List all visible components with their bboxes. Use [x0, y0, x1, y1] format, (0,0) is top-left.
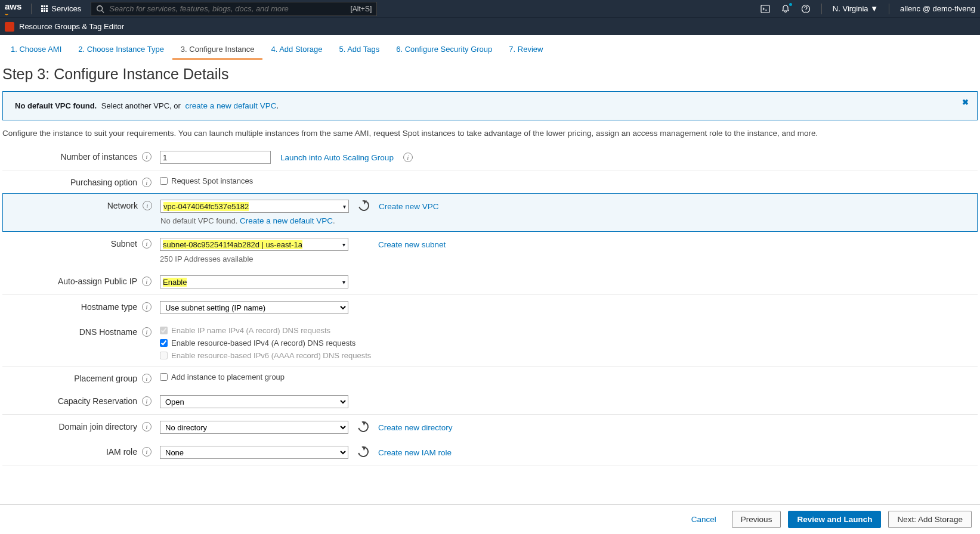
row-auto-assign-ip: Auto-assign Public IP i Enable▾: [2, 269, 978, 294]
label-number-of-instances: Number of instances: [61, 152, 137, 162]
network-subtext-bold: No default VPC found.: [160, 216, 237, 225]
service-subnav: Resource Groups & Tag Editor: [0, 17, 980, 35]
label-purchasing-option: Purchasing option: [70, 178, 137, 187]
launch-asg-link[interactable]: Launch into Auto Scaling Group: [280, 153, 394, 162]
tab-configure-instance[interactable]: 3. Configure Instance: [172, 40, 263, 60]
help-icon[interactable]: [801, 4, 811, 14]
row-subnet: Subnet i subnet-08c952541f4ab282d | us-e…: [2, 232, 978, 269]
row-dns-hostname: DNS Hostname i Enable IP name IPv4 (A re…: [2, 320, 978, 366]
create-directory-link[interactable]: Create new directory: [378, 423, 453, 432]
tab-add-storage[interactable]: 4. Add Storage: [262, 40, 330, 60]
label-network: Network: [107, 201, 138, 210]
info-icon[interactable]: i: [142, 396, 152, 406]
create-default-vpc-link[interactable]: create a new default VPC: [185, 101, 276, 110]
network-select[interactable]: vpc-0474064fc537e5182▾: [160, 200, 349, 213]
close-icon[interactable]: ✖: [962, 98, 969, 107]
services-menu[interactable]: Services: [36, 2, 86, 15]
tab-instance-type[interactable]: 2. Choose Instance Type: [70, 40, 172, 60]
info-icon[interactable]: i: [403, 153, 413, 162]
row-domain-join: Domain join directory i No directory Cre…: [2, 414, 978, 440]
page-title: Step 3: Configure Instance Details: [0, 60, 980, 90]
cloudshell-icon[interactable]: [760, 4, 770, 14]
row-cutoff: [2, 465, 978, 477]
notifications-icon[interactable]: [781, 4, 790, 14]
placement-group-option[interactable]: Add instance to placement group: [160, 372, 285, 381]
label-domain-join: Domain join directory: [59, 422, 138, 431]
info-icon[interactable]: i: [143, 201, 152, 210]
info-icon[interactable]: i: [142, 178, 152, 187]
refresh-icon[interactable]: [358, 200, 369, 213]
placement-group-checkbox[interactable]: [160, 373, 168, 381]
no-default-vpc-notice: No default VPC found. Select another VPC…: [2, 91, 978, 120]
notice-text: Select another VPC, or: [101, 101, 183, 110]
search-icon: [96, 5, 104, 13]
domain-join-select[interactable]: No directory: [160, 421, 348, 434]
capacity-reservation-select[interactable]: Open: [160, 395, 348, 408]
refresh-icon[interactable]: [358, 421, 369, 434]
create-iam-role-link[interactable]: Create new IAM role: [378, 448, 452, 457]
label-auto-assign-ip: Auto-assign Public IP: [58, 277, 137, 286]
dns-ipv4-resource-checkbox[interactable]: [160, 339, 168, 347]
number-of-instances-input[interactable]: [160, 151, 271, 164]
create-vpc-link[interactable]: Create new VPC: [379, 202, 439, 211]
dns-ipv6-resource-checkbox: [160, 352, 168, 359]
configure-form: Number of instances i Launch into Auto S…: [0, 145, 980, 477]
auto-assign-ip-select[interactable]: Enable▾: [160, 275, 348, 288]
dns-ipv4-ipname-option: Enable IP name IPv4 (A record) DNS reque…: [160, 326, 330, 335]
info-icon[interactable]: i: [142, 239, 152, 249]
svg-line-1: [102, 10, 104, 13]
tab-choose-ami[interactable]: 1. Choose AMI: [2, 40, 70, 60]
svg-point-0: [97, 5, 103, 11]
row-number-of-instances: Number of instances i Launch into Auto S…: [2, 145, 978, 170]
create-subnet-link[interactable]: Create new subnet: [378, 240, 446, 249]
info-icon[interactable]: i: [142, 302, 152, 312]
spot-instances-option[interactable]: Request Spot instances: [160, 176, 253, 185]
label-subnet: Subnet: [111, 239, 137, 249]
row-hostname-type: Hostname type i Use subnet setting (IP n…: [2, 294, 978, 320]
content-area: 1. Choose AMI 2. Choose Instance Type 3.…: [0, 35, 980, 499]
create-default-vpc-inline-link[interactable]: Create a new default VPC: [240, 216, 333, 225]
info-icon[interactable]: i: [142, 327, 152, 337]
row-placement-group: Placement group i Add instance to placem…: [2, 366, 978, 389]
tab-add-tags[interactable]: 5. Add Tags: [330, 40, 388, 60]
row-purchasing-option: Purchasing option i Request Spot instanc…: [2, 170, 978, 193]
row-network: Network i vpc-0474064fc537e5182▾ Create …: [3, 194, 977, 231]
row-capacity-reservation: Capacity Reservation i Open: [2, 389, 978, 414]
row-iam-role: IAM role i None Create new IAM role: [2, 440, 978, 465]
info-icon[interactable]: i: [142, 422, 152, 431]
account-menu[interactable]: allenc @ demo-tlveng: [900, 4, 975, 13]
search-input[interactable]: [109, 4, 350, 13]
resource-groups-icon: [5, 22, 14, 32]
search-bar[interactable]: [Alt+S]: [91, 2, 377, 16]
label-dns-hostname: DNS Hostname: [79, 327, 137, 337]
dns-ipv4-ipname-checkbox: [160, 327, 168, 334]
spot-instances-checkbox[interactable]: [160, 177, 168, 185]
resource-groups-link[interactable]: Resource Groups & Tag Editor: [19, 22, 124, 31]
grid-icon: [41, 5, 48, 12]
hostname-type-select[interactable]: Use subnet setting (IP name): [160, 301, 348, 314]
page-description: Configure the instance to suit your requ…: [0, 129, 980, 145]
separator: [821, 4, 822, 14]
info-icon[interactable]: i: [142, 152, 152, 162]
iam-role-select[interactable]: None: [160, 446, 348, 459]
aws-logo[interactable]: aws ⌣: [5, 1, 21, 17]
aws-smile-icon: ⌣: [5, 11, 21, 17]
region-selector[interactable]: N. Virginia ▼: [833, 4, 878, 13]
dns-ipv4-resource-option[interactable]: Enable resource-based IPv4 (A record) DN…: [160, 339, 355, 347]
refresh-icon[interactable]: [358, 446, 369, 459]
search-shortcut: [Alt+S]: [351, 5, 372, 13]
tab-security-group[interactable]: 6. Configure Security Group: [388, 40, 500, 60]
notice-bold: No default VPC found.: [15, 101, 97, 110]
label-iam-role: IAM role: [106, 447, 137, 457]
row-network-highlighted: Network i vpc-0474064fc537e5182▾ Create …: [2, 193, 978, 232]
info-icon[interactable]: i: [142, 447, 152, 457]
info-icon[interactable]: i: [142, 374, 152, 383]
separator: [31, 4, 32, 14]
tab-review[interactable]: 7. Review: [500, 40, 551, 60]
subnet-select[interactable]: subnet-08c952541f4ab282d | us-east-1a▾: [160, 238, 348, 251]
svg-rect-2: [761, 5, 769, 13]
label-hostname-type: Hostname type: [81, 302, 137, 312]
info-icon[interactable]: i: [142, 277, 152, 286]
separator: [889, 4, 889, 14]
label-placement-group: Placement group: [74, 374, 137, 383]
